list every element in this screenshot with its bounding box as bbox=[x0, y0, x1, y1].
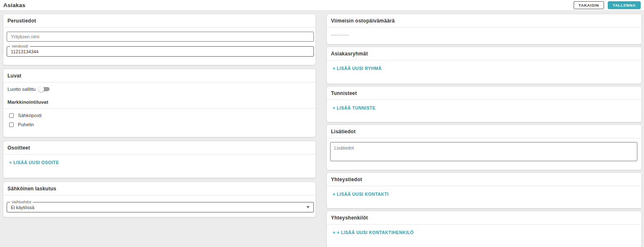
content: Perustiedot Verokoodi Luvat Luotto salli… bbox=[0, 11, 644, 247]
card-osoitteet-title: Osoitteet bbox=[3, 141, 316, 155]
marketing-permissions-label: Markkinointiluvat bbox=[7, 92, 312, 108]
checkbox-phone-label: Puhelin bbox=[18, 122, 34, 127]
card-tunnisteet: Tunnisteet + LISÄÄ TUNNISTE bbox=[327, 87, 642, 122]
tax-code-field[interactable]: Verokoodi bbox=[7, 46, 314, 57]
card-lisatiedot: Lisätiedot bbox=[327, 125, 642, 170]
last-purchase-date-value: ---------- bbox=[327, 27, 642, 42]
card-tunnisteet-title: Tunnisteet bbox=[327, 87, 642, 100]
credit-toggle-row: Luotto sallittu bbox=[7, 83, 312, 92]
checkbox-email[interactable]: Sähköposti bbox=[7, 109, 312, 118]
card-osoitteet: Osoitteet + LISÄÄ UUSI OSOITE bbox=[3, 141, 316, 178]
invoicing-options-label: Vaihtoehdot bbox=[10, 200, 33, 204]
card-viimeisin: Viimeisin ostopäivämäärä ---------- bbox=[327, 14, 642, 44]
card-yhteyshenkilot-body: + + LISÄÄ UUSI KONTAKTIHENKILÖ bbox=[327, 225, 642, 240]
checkbox-phone[interactable]: Puhelin bbox=[7, 118, 312, 127]
card-asiakasryhmat-title: Asiakasryhmät bbox=[327, 47, 642, 60]
card-luvat: Luvat Luotto sallittu Markkinointiluvat … bbox=[3, 69, 316, 137]
credit-toggle-label: Luotto sallittu bbox=[7, 87, 36, 92]
tax-code-label: Verokoodi bbox=[10, 44, 30, 48]
card-perustiedot-body: Verokoodi bbox=[3, 27, 316, 61]
card-osoitteet-body: + LISÄÄ UUSI OSOITE bbox=[3, 155, 316, 170]
card-yhteystiedot-title: Yhteystiedot bbox=[327, 173, 642, 186]
toggle-thumb-icon bbox=[38, 86, 44, 92]
card-lisatiedot-title: Lisätiedot bbox=[327, 125, 642, 138]
card-luvat-title: Luvat bbox=[3, 69, 316, 82]
card-perustiedot-title: Perustiedot bbox=[3, 14, 316, 27]
back-button[interactable]: TAKAISIN bbox=[574, 1, 604, 9]
checkbox-email-label: Sähköposti bbox=[18, 113, 42, 118]
page-title: Asiakas bbox=[3, 2, 25, 8]
right-column: Viimeisin ostopäivämäärä ---------- Asia… bbox=[327, 14, 642, 247]
add-contact-link[interactable]: + LISÄÄ UUSI KONTAKTI bbox=[327, 186, 389, 202]
top-bar: Asiakas TAKAISIN TALLENNA bbox=[0, 0, 644, 11]
card-tunnisteet-body: + LISÄÄ TUNNISTE bbox=[327, 100, 642, 116]
card-asiakasryhmat: Asiakasryhmät + LISÄÄ UUSI RYHMÄ bbox=[327, 47, 642, 84]
add-tag-link[interactable]: + LISÄÄ TUNNISTE bbox=[327, 100, 376, 116]
card-asiakasryhmat-body: + LISÄÄ UUSI RYHMÄ bbox=[327, 60, 642, 76]
left-column: Perustiedot Verokoodi Luvat Luotto salli… bbox=[3, 14, 316, 247]
card-luvat-body: Luotto sallittu Markkinointiluvat Sähköp… bbox=[3, 82, 316, 131]
chevron-down-icon bbox=[306, 206, 310, 208]
card-yhteyshenkilot-title: Yhteyshenkilöt bbox=[327, 211, 642, 225]
card-viimeisin-title: Viimeisin ostopäivämäärä bbox=[327, 14, 642, 27]
card-yhteyshenkilot: Yhteyshenkilöt + + LISÄÄ UUSI KONTAKTIHE… bbox=[327, 211, 642, 247]
topbar-actions: TAKAISIN TALLENNA bbox=[574, 1, 641, 9]
checkbox-icon[interactable] bbox=[9, 122, 14, 127]
invoicing-options-select[interactable]: Vaihtoehdot Ei käytössä bbox=[7, 202, 314, 212]
add-address-link[interactable]: + LISÄÄ UUSI OSOITE bbox=[3, 155, 60, 170]
tax-code-input[interactable] bbox=[11, 49, 310, 54]
card-perustiedot: Perustiedot Verokoodi bbox=[3, 14, 316, 65]
notes-textarea[interactable] bbox=[330, 142, 637, 161]
card-laskutus-title: Sähköinen laskutus bbox=[3, 182, 316, 195]
company-name-input[interactable] bbox=[7, 32, 314, 42]
card-laskutus: Sähköinen laskutus Vaihtoehdot Ei käytös… bbox=[3, 182, 316, 217]
card-yhteystiedot-body: + LISÄÄ UUSI KONTAKTI bbox=[327, 186, 642, 202]
invoicing-options-value: Ei käytössä bbox=[11, 205, 306, 210]
card-lisatiedot-body bbox=[327, 138, 642, 165]
card-yhteystiedot: Yhteystiedot + LISÄÄ UUSI KONTAKTI bbox=[327, 173, 642, 208]
add-group-link[interactable]: + LISÄÄ UUSI RYHMÄ bbox=[327, 60, 383, 76]
add-contact-person-link[interactable]: + + LISÄÄ UUSI KONTAKTIHENKILÖ bbox=[327, 225, 415, 240]
checkbox-icon[interactable] bbox=[9, 113, 14, 118]
save-button[interactable]: TALLENNA bbox=[608, 1, 641, 9]
credit-toggle-switch[interactable] bbox=[41, 87, 50, 91]
card-laskutus-body: Vaihtoehdot Ei käytössä bbox=[3, 195, 316, 217]
